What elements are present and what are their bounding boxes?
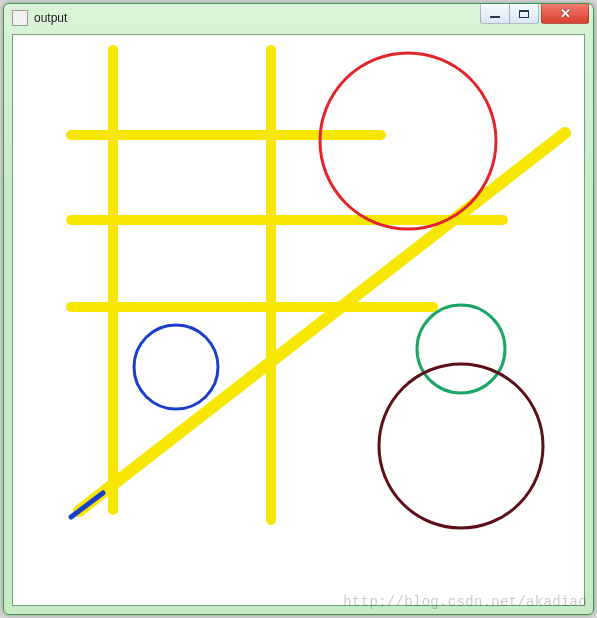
maximize-button[interactable] bbox=[509, 4, 539, 24]
app-icon bbox=[12, 10, 28, 26]
circle-darkred bbox=[379, 364, 543, 528]
minimize-icon bbox=[490, 16, 500, 18]
close-icon: ✕ bbox=[560, 7, 571, 20]
circle-green bbox=[417, 305, 505, 393]
canvas-area bbox=[12, 34, 585, 606]
window-frame: output ✕ http://blog.csdn.net/akadiao bbox=[3, 3, 594, 615]
circle-blue bbox=[134, 325, 218, 409]
circle-red bbox=[320, 53, 496, 229]
svg-line-6 bbox=[71, 493, 103, 517]
titlebar[interactable]: output ✕ bbox=[4, 4, 593, 32]
window-controls: ✕ bbox=[481, 4, 589, 24]
close-button[interactable]: ✕ bbox=[541, 4, 589, 24]
drawing-canvas bbox=[13, 35, 584, 605]
svg-line-5 bbox=[79, 133, 565, 511]
window-title: output bbox=[34, 11, 67, 25]
minimize-button[interactable] bbox=[480, 4, 510, 24]
maximize-icon bbox=[519, 10, 529, 18]
